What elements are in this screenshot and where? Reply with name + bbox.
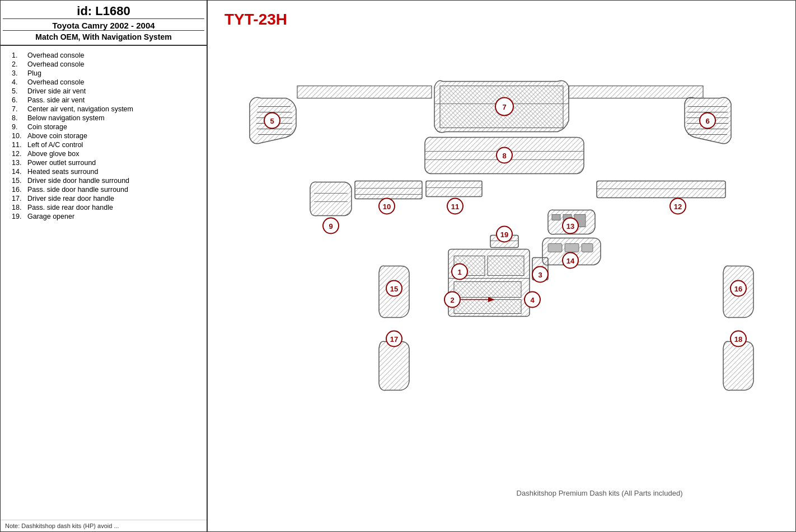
part-number: 14. [12, 168, 27, 176]
part-number: 7. [12, 105, 27, 113]
part-number: 18. [12, 204, 27, 211]
list-item: 10.Above coin storage [12, 132, 201, 140]
part-number: 11. [12, 141, 27, 149]
svg-rect-21 [569, 86, 703, 98]
part-number: 8. [12, 114, 27, 122]
part-label: Left of A/C control [27, 141, 83, 149]
list-item: 12.Above glove box [12, 150, 201, 158]
part-5-driver-air-vent: 5 [250, 97, 296, 144]
svg-rect-34 [355, 181, 422, 199]
part-label: Pass. side rear door handle [27, 204, 113, 211]
svg-text:12: 12 [674, 203, 682, 211]
left-panel: id: L1680 Toyota Camry 2002 - 2004 Match… [1, 1, 208, 531]
list-item: 3.Plug [12, 69, 201, 77]
svg-text:Dashkitshop Premium Dash kits : Dashkitshop Premium Dash kits (All Parts… [517, 489, 683, 497]
list-item: 16.Pass. side door handle surround [12, 186, 201, 194]
list-item: 17.Driver side rear door handle [12, 195, 201, 203]
svg-text:18: 18 [734, 335, 742, 343]
diagram-svg: 5 7 8 [208, 1, 795, 531]
svg-rect-43 [597, 181, 725, 198]
part-label: Pass. side door handle surround [27, 186, 128, 194]
part-17-driver-rear-door-handle: 17 [379, 331, 409, 390]
part-7-center-nav: 7 [434, 81, 569, 133]
part-number: 4. [12, 78, 27, 86]
svg-rect-47 [552, 215, 560, 220]
list-item: 11.Left of A/C control [12, 141, 201, 149]
part-number: 16. [12, 186, 27, 194]
list-item: 5.Driver side air vent [12, 87, 201, 95]
list-item: 15.Driver side door handle surround [12, 177, 201, 185]
list-item: 6.Pass. side air vent [12, 96, 201, 104]
part-4-overhead-console-3: 4 [525, 292, 540, 308]
svg-text:4: 4 [530, 296, 535, 304]
part-number: 13. [12, 159, 27, 167]
part-number: 19. [12, 213, 27, 220]
part-number: 10. [12, 132, 27, 140]
part-label: Driver side rear door handle [27, 195, 114, 203]
part-label: Plug [27, 69, 41, 77]
svg-text:2: 2 [450, 296, 454, 304]
part-number: 5. [12, 87, 27, 95]
part-number: 15. [12, 177, 27, 185]
svg-text:15: 15 [390, 285, 398, 293]
part-8-below-nav: 8 [425, 137, 584, 173]
bottom-note: Note: Dashkitshop dash kits (HP) avoid .… [1, 520, 207, 531]
header-model: Toyota Camry 2002 - 2004 [3, 18, 204, 30]
part-number: 17. [12, 195, 27, 203]
svg-text:11: 11 [451, 203, 459, 211]
svg-text:9: 9 [329, 222, 333, 230]
part-label: Overhead console [27, 78, 84, 86]
list-item: 13.Power outlet surround [12, 159, 201, 167]
list-item: 4.Overhead console [12, 78, 201, 86]
part-6-pass-air-vent: 6 [685, 97, 731, 144]
part-14-heated-seats: 14 [542, 238, 601, 268]
part-label: Below navigation system [27, 114, 105, 122]
svg-rect-53 [565, 244, 579, 252]
part-number: 1. [12, 51, 27, 59]
part-label: Garage opener [27, 213, 74, 220]
list-item: 14.Heated seats surround [12, 168, 201, 176]
svg-text:17: 17 [390, 335, 398, 343]
svg-text:3: 3 [538, 271, 542, 279]
part-label: Above glove box [27, 150, 79, 158]
main-container: id: L1680 Toyota Camry 2002 - 2004 Match… [0, 0, 796, 532]
part-label: Coin storage [27, 123, 67, 131]
part-label: Center air vent, navigation system [27, 105, 133, 113]
svg-text:10: 10 [383, 203, 391, 211]
svg-text:6: 6 [705, 117, 709, 125]
svg-rect-61 [454, 282, 521, 298]
svg-text:14: 14 [566, 257, 575, 265]
part-label: Above coin storage [27, 132, 87, 140]
svg-text:16: 16 [734, 285, 742, 293]
part-label: Power outlet surround [27, 159, 96, 167]
part-label: Driver side door handle surround [27, 177, 129, 185]
part-15-driver-door-handle: 15 [379, 266, 409, 318]
list-item: 19.Garage opener [12, 213, 201, 220]
part-13-power-outlet: 13 [548, 210, 595, 234]
part-label: Driver side air vent [27, 87, 86, 95]
header-section: id: L1680 Toyota Camry 2002 - 2004 Match… [1, 1, 207, 46]
part-number: 12. [12, 150, 27, 158]
part-10-above-coin-storage: 10 [355, 181, 422, 214]
svg-text:7: 7 [502, 103, 506, 111]
part-number: 2. [12, 60, 27, 68]
list-item: 8.Below navigation system [12, 114, 201, 122]
list-item: 1.Overhead console [12, 51, 201, 59]
list-item: 2.Overhead console [12, 60, 201, 68]
part-11-left-ac: 11 [426, 181, 482, 214]
svg-rect-39 [426, 181, 482, 197]
svg-text:5: 5 [270, 117, 274, 125]
parts-list: 1.Overhead console2.Overhead console3.Pl… [1, 46, 207, 520]
svg-text:19: 19 [500, 230, 508, 239]
right-panel: TYT-23H [208, 1, 795, 531]
svg-rect-62 [454, 300, 521, 314]
list-item: 7.Center air vent, navigation system [12, 105, 201, 113]
part-label: Overhead console [27, 51, 84, 59]
part-label: Heated seats surround [27, 168, 98, 176]
part-16-pass-door-handle: 16 [723, 266, 753, 318]
header-match: Match OEM, With Navigation System [3, 30, 204, 41]
header-id: id: L1680 [3, 4, 204, 18]
part-1-overhead-console: 1 [448, 249, 530, 317]
svg-text:1: 1 [457, 268, 461, 276]
part-label: Overhead console [27, 60, 84, 68]
